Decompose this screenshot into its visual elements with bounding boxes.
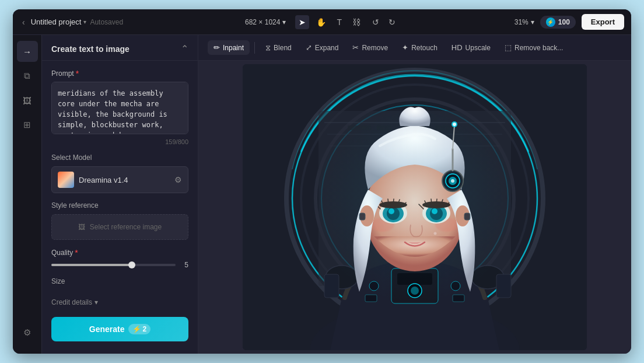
autosaved-status: Autosaved [90,18,123,26]
prompt-label: Prompt * [51,69,188,78]
generate-button[interactable]: Generate ⚡ 2 [51,317,188,341]
remove-icon: ✂ [352,43,359,52]
export-button[interactable]: Export [582,14,624,30]
hand-tool-btn[interactable]: ✋ [313,15,330,29]
retouch-icon: ✦ [402,43,408,52]
model-settings-icon[interactable]: ⚙ [174,175,182,184]
model-section-label: Select Model [51,153,188,162]
link-tool-btn[interactable]: ⛓ [349,15,364,29]
zoom-chevron-icon: ▾ [531,18,534,26]
title-bar-center: 682 × 1024 ▾ ➤ ✋ T ⛓ ↺ ↻ [245,15,399,29]
upscale-label: Upscale [466,44,491,52]
svg-point-56 [310,93,520,303]
credits-icon: ⚡ [546,18,555,27]
credits-display[interactable]: ⚡ 100 [540,16,576,29]
icon-sidebar: → ⧉ 🖼 ⊞ ⚙ [13,35,42,354]
panel-body: Prompt * meridians of the assembly core … [42,61,198,350]
retouch-label: Retouch [411,44,438,52]
title-bar: ‹ Untitled project ▾ Autosaved 682 × 102… [13,9,631,35]
size-label: Size [51,277,188,285]
size-section: Size [51,277,188,290]
generate-badge: ⚡ 2 [128,324,151,334]
upscale-tool-btn[interactable]: HD Upscale [446,40,496,55]
app-window: ‹ Untitled project ▾ Autosaved 682 × 102… [13,9,631,354]
project-chevron-icon: ▾ [83,19,86,25]
style-ref-label: Style reference [51,201,188,210]
blend-tool-btn[interactable]: ⧖ Blend [260,40,298,55]
panel-title: Create text to image [51,44,130,54]
model-selector[interactable]: Dreamina v1.4 ⚙ [51,166,188,193]
svg-rect-21 [453,295,464,302]
quality-thumb [128,261,135,268]
canvas-dimensions[interactable]: 682 × 1024 ▾ [245,18,286,26]
quality-value: 5 [180,261,188,269]
style-ref-placeholder: Select reference image [90,223,162,231]
style-ref-upload[interactable]: 🖼 Select reference image [51,214,188,240]
canvas-svg [243,64,587,350]
required-indicator: * [76,69,79,78]
retouch-tool-btn[interactable]: ✦ Retouch [396,40,443,55]
tool-icons-group: ➤ ✋ T ⛓ [295,15,364,29]
back-button[interactable]: ‹ [20,15,27,29]
style-ref-section: Style reference 🖼 Select reference image [51,201,188,240]
generate-label: Generate [89,324,125,334]
svg-rect-20 [365,295,377,302]
quality-slider[interactable] [51,264,176,266]
undo-button[interactable]: ↺ [369,15,383,29]
inpaint-icon: ✏ [214,43,220,52]
title-bar-right: 31% ▾ ⚡ 100 Export [404,14,624,30]
main-content: → ⧉ 🖼 ⊞ ⚙ Create text to image ⌃ Prompt … [13,35,631,354]
select-tool-btn[interactable]: ➤ [295,15,309,29]
generate-bolt-icon: ⚡ [132,325,141,333]
model-section: Select Model Dreamina v1.4 ⚙ [51,153,188,193]
svg-rect-24 [324,274,339,298]
svg-rect-25 [496,274,511,298]
removebg-tool-btn[interactable]: ⬚ Remove back... [499,40,569,55]
sidebar-item-history[interactable]: ⊞ [17,114,38,135]
model-thumbnail [58,172,74,188]
undo-redo-group: ↺ ↻ [369,15,399,29]
remove-label: Remove [362,44,388,52]
prompt-section: Prompt * meridians of the assembly core … [51,69,188,145]
dimensions-chevron-icon: ▾ [282,18,286,26]
expand-label: Expand [315,44,339,52]
svg-point-57 [434,232,437,235]
prompt-input[interactable]: meridians of the assembly core under the… [51,82,188,134]
sidebar-item-image[interactable]: 🖼 [17,90,38,111]
generate-count: 2 [143,325,147,333]
zoom-control[interactable]: 31% ▾ [514,18,534,26]
expand-tool-btn[interactable]: ⤢ Expand [300,40,345,55]
removebg-icon: ⬚ [505,43,512,52]
upscale-icon: HD [452,43,463,52]
project-name[interactable]: Untitled project ▾ [31,18,87,26]
credit-details-toggle[interactable]: Credit details ▾ [51,298,188,306]
expand-icon: ⤢ [306,43,312,52]
panel-close-button[interactable]: ⌃ [181,43,188,54]
quality-required-indicator: * [75,248,78,257]
quality-label: Quality * [51,248,188,257]
title-bar-left: ‹ Untitled project ▾ Autosaved [20,15,240,29]
model-name: Dreamina v1.4 [79,176,170,184]
panel: Create text to image ⌃ Prompt * meridian… [42,35,198,354]
prompt-counter: 159/800 [51,138,188,145]
redo-button[interactable]: ↻ [385,15,399,29]
sidebar-item-arrow[interactable]: → [17,41,38,62]
quality-row: 5 [51,261,188,269]
sidebar-item-settings[interactable]: ⚙ [17,322,38,343]
inpaint-tool-btn[interactable]: ✏ Inpaint [208,40,250,55]
remove-tool-btn[interactable]: ✂ Remove [346,40,394,55]
image-upload-icon: 🖼 [78,223,85,231]
inpaint-label: Inpaint [223,44,244,52]
canvas-toolbar: ✏ Inpaint ⧖ Blend ⤢ Expand ✂ Remove ✦ [198,35,631,61]
canvas-viewport[interactable] [198,61,631,354]
blend-label: Blend [274,44,292,52]
ai-generated-image [243,64,587,350]
credit-chevron-icon: ▾ [94,298,98,306]
canvas-area: ✏ Inpaint ⧖ Blend ⤢ Expand ✂ Remove ✦ [198,35,631,354]
panel-header: Create text to image ⌃ [42,35,198,61]
quality-section: Quality * 5 [51,248,188,269]
credits-value: 100 [558,18,570,26]
text-tool-btn[interactable]: T [333,15,345,29]
removebg-label: Remove back... [514,44,563,52]
sidebar-item-layers[interactable]: ⧉ [17,65,38,86]
